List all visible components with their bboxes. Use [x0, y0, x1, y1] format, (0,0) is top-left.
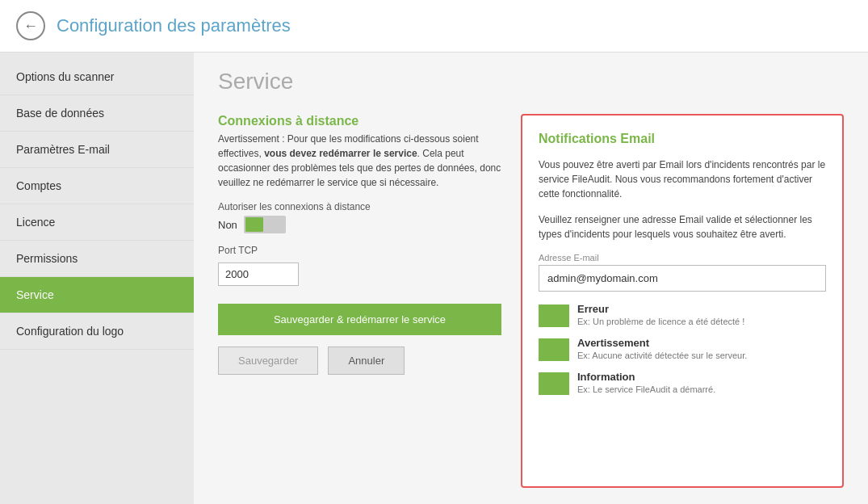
notifications-panel: Notifications Email Vous pouvez être ave…	[521, 114, 844, 488]
email-input[interactable]	[539, 265, 826, 292]
info-example: Ex: Le service FileAudit a démarré.	[577, 384, 715, 394]
notifications-title: Notifications Email	[539, 132, 826, 146]
toggle-row: Non	[218, 216, 501, 233]
notification-types: Erreur Ex: Un problème de licence a été …	[539, 303, 826, 395]
info-icon[interactable]	[539, 372, 569, 395]
sidebar-item-logo-config[interactable]: Configuration du logo	[0, 313, 194, 350]
notifications-desc2: Veuillez renseigner une adresse Email va…	[539, 212, 826, 242]
header-title: Configuration des paramètres	[57, 15, 291, 36]
content-area: Service Connexions à distance Avertissem…	[194, 52, 868, 504]
warning-label: Avertissement	[577, 337, 747, 349]
email-field-group: Adresse E-mail	[539, 253, 826, 292]
toggle-section: Autoriser les connexions à distance Non	[218, 201, 501, 233]
cancel-button[interactable]: Annuler	[328, 346, 405, 375]
warning-text: Avertissement : Pour que les modificatio…	[218, 132, 501, 190]
toggle-state-label: Non	[218, 219, 237, 231]
error-example: Ex: Un problème de licence a été détecté…	[577, 317, 744, 326]
save-restart-button[interactable]: Sauvegarder & redémarrer le service	[218, 304, 501, 335]
notif-type-warning: Avertissement Ex: Aucune activité détect…	[539, 337, 826, 361]
toggle-section-label: Autoriser les connexions à distance	[218, 201, 501, 212]
tcp-section: Port TCP	[218, 245, 501, 286]
notifications-desc1: Vous pouvez être averti par Email lors d…	[539, 158, 826, 201]
error-icon[interactable]	[539, 304, 569, 327]
save-button[interactable]: Sauvegarder	[218, 346, 318, 375]
main-layout: Options du scanner Base de données Param…	[0, 52, 868, 504]
notif-type-info: Information Ex: Le service FileAudit a d…	[539, 371, 826, 395]
tcp-label: Port TCP	[218, 245, 501, 256]
warning-icon[interactable]	[539, 338, 569, 361]
header: ← Configuration des paramètres	[0, 0, 868, 52]
sidebar-item-licence[interactable]: Licence	[0, 204, 194, 241]
toggle-track[interactable]	[244, 216, 286, 233]
sidebar-item-permissions[interactable]: Permissions	[0, 241, 194, 277]
info-label: Information	[577, 371, 715, 383]
back-button[interactable]: ←	[16, 11, 45, 40]
notif-type-error: Erreur Ex: Un problème de licence a été …	[539, 303, 826, 327]
sidebar-item-database[interactable]: Base de données	[0, 95, 194, 132]
error-label: Erreur	[577, 303, 744, 315]
two-column-layout: Connexions à distance Avertissement : Po…	[218, 114, 844, 488]
left-panel: Connexions à distance Avertissement : Po…	[218, 114, 501, 488]
connexions-title: Connexions à distance	[218, 114, 501, 128]
sidebar: Options du scanner Base de données Param…	[0, 52, 194, 504]
sidebar-item-accounts[interactable]: Comptes	[0, 168, 194, 204]
warning-example: Ex: Aucune activité détectée sur le serv…	[577, 351, 747, 360]
page-title: Service	[218, 69, 844, 94]
email-field-label: Adresse E-mail	[539, 253, 826, 262]
sidebar-item-scanner[interactable]: Options du scanner	[0, 59, 194, 95]
sidebar-item-service[interactable]: Service	[0, 277, 194, 313]
bottom-buttons: Sauvegarder Annuler	[218, 346, 501, 375]
tcp-input[interactable]	[218, 262, 299, 286]
sidebar-item-email-params[interactable]: Paramètres E-mail	[0, 132, 194, 168]
toggle-thumb	[245, 217, 263, 232]
